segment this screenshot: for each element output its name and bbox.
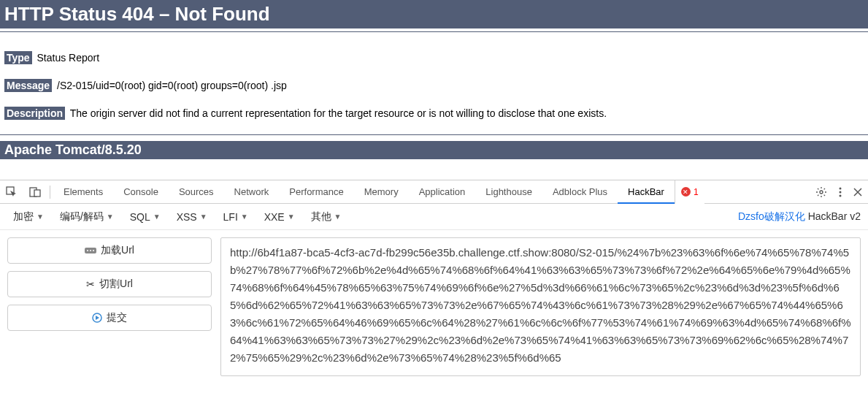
divider [0, 31, 868, 32]
device-toggle-icon[interactable] [23, 186, 47, 198]
error-message-row: Message /S2-015/uid=0(root) gid=0(root) … [0, 77, 868, 94]
error-description-row: Description The origin server did not fi… [0, 105, 868, 121]
inspect-icon[interactable] [0, 186, 23, 198]
load-url-label: 加载Url [101, 244, 134, 257]
url-textarea[interactable]: http://6b4f1a87-bca5-4cf3-ac7d-fb299c56e… [220, 237, 861, 376]
devtools-panel: Elements Console Sources Network Perform… [0, 180, 868, 384]
description-value: The origin server did not find a current… [70, 107, 607, 119]
hackbar-version: HackBar v2 [805, 210, 861, 222]
play-icon [92, 313, 102, 323]
error-title: HTTP Status 404 – Not Found [0, 0, 868, 28]
hackbar-toolbar: 加密▼ 编码/解码▼ SQL▼ XSS▼ LFI▼ XXE▼ 其他▼ Dzsfo… [0, 204, 868, 230]
dropdown-xss[interactable]: XSS▼ [171, 208, 213, 226]
tab-memory[interactable]: Memory [354, 180, 409, 204]
description-label: Description [4, 107, 65, 120]
svg-point-9 [90, 250, 91, 251]
dropdown-encrypt[interactable]: 加密▼ [7, 207, 50, 226]
submit-label: 提交 [107, 311, 127, 324]
message-label: Message [4, 79, 52, 92]
submit-button[interactable]: 提交 [7, 305, 212, 331]
devtools-tabbar: Elements Console Sources Network Perform… [0, 180, 868, 204]
tab-elements[interactable]: Elements [53, 180, 113, 204]
type-value: Status Report [37, 52, 100, 64]
message-value: /S2-015/uid=0(root) gid=0(root) groups=0… [57, 80, 287, 91]
tab-performance[interactable]: Performance [279, 180, 353, 204]
error-type-row: Type Status Report [0, 50, 868, 66]
settings-icon[interactable] [810, 186, 833, 198]
dropdown-lfi[interactable]: LFI▼ [218, 208, 254, 226]
dropdown-other[interactable]: 其他▼ [305, 207, 347, 226]
tab-sources[interactable]: Sources [169, 180, 224, 204]
svg-point-10 [93, 250, 94, 251]
svg-point-3 [820, 191, 823, 194]
tab-adblock[interactable]: Adblock Plus [542, 180, 618, 204]
svg-point-6 [840, 194, 842, 196]
hackbar-actions: 加载Url ✂ 切割Url 提交 [7, 237, 212, 376]
more-icon[interactable] [833, 186, 848, 198]
error-badge[interactable]: ✕ 1 [675, 180, 704, 204]
dropdown-xxe[interactable]: XXE▼ [258, 208, 301, 226]
svg-point-8 [87, 250, 88, 251]
split-url-label: 切割Url [99, 278, 133, 291]
tab-console[interactable]: Console [113, 180, 169, 204]
close-icon[interactable] [848, 188, 868, 196]
svg-point-5 [840, 191, 842, 193]
server-version: Apache Tomcat/8.5.20 [0, 141, 868, 159]
tab-lighthouse[interactable]: Lighthouse [475, 180, 542, 204]
load-icon [85, 246, 96, 255]
dropdown-sql[interactable]: SQL▼ [124, 208, 166, 226]
tab-network[interactable]: Network [224, 180, 280, 204]
dropdown-encode[interactable]: 编码/解码▼ [54, 207, 120, 226]
svg-rect-2 [34, 190, 40, 196]
tomcat-error-page: HTTP Status 404 – Not Found Type Status … [0, 0, 868, 159]
hackbar-credit: Dzsfo破解汉化 HackBar v2 [738, 210, 861, 224]
divider [0, 134, 868, 135]
credit-link[interactable]: Dzsfo破解汉化 [738, 210, 805, 222]
load-url-button[interactable]: 加载Url [7, 237, 212, 264]
scissors-icon: ✂ [86, 278, 95, 290]
error-x-icon: ✕ [681, 187, 691, 196]
error-count: 1 [694, 187, 699, 197]
tab-hackbar[interactable]: HackBar [618, 180, 675, 204]
hackbar-body: 加载Url ✂ 切割Url 提交 http://6b4f1a87-bca5-4c… [0, 230, 868, 384]
tab-application[interactable]: Application [409, 180, 476, 204]
svg-point-4 [840, 187, 842, 189]
type-label: Type [4, 51, 32, 64]
split-url-button[interactable]: ✂ 切割Url [7, 271, 212, 297]
